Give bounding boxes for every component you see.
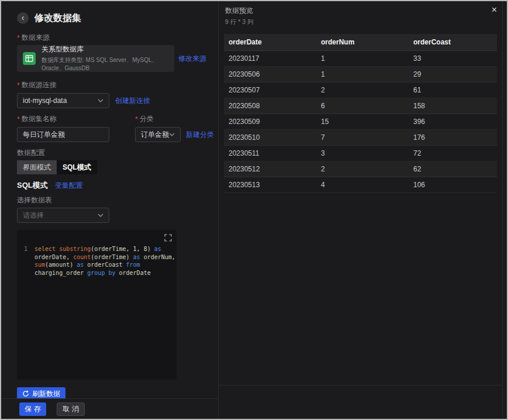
sql-editor[interactable]: 1 select substring(orderTime, 1, 8) as o… (17, 230, 177, 380)
table-row: 20230512262 (224, 161, 497, 177)
modify-dataset-window: ‹ 修改数据集 * 数据来源 关系型数据库 数据库支持类型: MS SQL Se… (0, 0, 508, 420)
sql-code[interactable]: select substring(orderTime, 1, 8) as ord… (34, 245, 177, 277)
cancel-button[interactable]: 取 消 (57, 402, 85, 416)
table-row: 202305134106 (224, 177, 497, 193)
cell-orderCoast: 396 (409, 114, 497, 130)
cell-orderDate: 20230512 (224, 161, 316, 177)
chevron-down-icon (169, 133, 175, 136)
cell-orderDate: 20230507 (224, 82, 316, 98)
cell-orderCoast: 62 (409, 161, 497, 177)
database-icon (22, 51, 36, 66)
cell-orderDate: 20230506 (224, 67, 316, 82)
cell-orderCoast: 176 (409, 130, 497, 146)
code-area: 1 select substring(orderTime, 1, 8) as o… (17, 245, 177, 277)
source-card-subtitle: 数据库支持类型: MS SQL Server、MySQL、Oracle、Gaus… (42, 56, 174, 73)
table-row: 20230511372 (224, 146, 497, 161)
form-scroll-area: ‹ 修改数据集 * 数据来源 关系型数据库 数据库支持类型: MS SQL Se… (1, 1, 218, 398)
cell-orderNum: 2 (316, 82, 409, 98)
sql-mode-row: SQL模式 变量配置 (17, 180, 206, 191)
cell-orderCoast: 158 (409, 98, 497, 114)
form-footer: 保 存 取 消 (1, 398, 218, 419)
category-select-value: 订单金额 (141, 130, 169, 140)
preview-header: 数据预览 9 行 * 3 列 (219, 1, 502, 26)
connection-select-value: iot-mysql-data (23, 97, 67, 105)
cell-orderNum: 4 (316, 177, 409, 193)
refresh-data-button[interactable]: 刷新数据 (17, 387, 65, 398)
table-select[interactable]: 请选择 (17, 208, 109, 223)
table-row: 20230117133 (224, 51, 497, 67)
preview-title: 数据预览 (225, 6, 502, 16)
variable-config-link[interactable]: 变量配置 (55, 181, 83, 191)
cell-orderNum: 3 (316, 146, 409, 161)
tab-sql-mode[interactable]: SQL模式 (57, 160, 97, 174)
back-icon: ‹ (22, 13, 25, 22)
cell-orderNum: 2 (316, 161, 409, 177)
cell-orderNum: 1 (316, 51, 409, 67)
table-row: 2023050915396 (224, 114, 497, 130)
connection-select[interactable]: iot-mysql-data (17, 93, 109, 108)
source-card-title: 关系型数据库 (42, 44, 174, 54)
page-header: ‹ 修改数据集 (17, 12, 206, 25)
column-header: orderNum (316, 34, 409, 51)
cell-orderDate: 20230513 (224, 177, 316, 193)
cell-orderDate: 20230510 (224, 130, 316, 146)
table-select-placeholder: 请选择 (23, 211, 44, 221)
table-row: 20230507261 (224, 82, 497, 98)
source-card-texts: 关系型数据库 数据库支持类型: MS SQL Server、MySQL、Orac… (42, 44, 174, 73)
category-select[interactable]: 订单金额 (135, 127, 181, 142)
cell-orderCoast: 106 (409, 177, 497, 193)
table-row: 202305107176 (224, 130, 497, 146)
cell-orderDate: 20230511 (224, 146, 316, 161)
new-category-link[interactable]: 新建分类 (186, 130, 214, 140)
table-row: 202305086158 (224, 98, 497, 114)
dataset-name-label: * 数据集名称 (17, 114, 135, 124)
name-category-grid: * 数据集名称 * 分类 订单金额 新建 (17, 114, 206, 142)
connection-row: iot-mysql-data 创建新连接 (17, 93, 206, 108)
column-header: orderCoast (409, 34, 497, 51)
cell-orderDate: 20230509 (224, 114, 316, 130)
save-button[interactable]: 保 存 (19, 402, 46, 416)
chevron-down-icon (98, 214, 103, 217)
fullscreen-icon[interactable] (164, 234, 172, 242)
cell-orderNum: 1 (316, 67, 409, 82)
preview-table: orderDateorderNumorderCoast 202301171332… (224, 34, 497, 193)
table-header-row: orderDateorderNumorderCoast (224, 34, 497, 51)
column-header: orderDate (224, 34, 316, 51)
required-asterisk: * (135, 115, 138, 123)
cell-orderNum: 6 (316, 98, 409, 114)
cell-orderCoast: 33 (409, 51, 497, 67)
required-asterisk: * (17, 115, 20, 123)
category-label: * 分类 (135, 114, 214, 124)
cell-orderCoast: 61 (409, 82, 497, 98)
cell-orderCoast: 29 (409, 67, 497, 82)
config-label: 数据配置 (17, 148, 206, 158)
preview-dimensions: 9 行 * 3 列 (225, 18, 502, 26)
data-preview-panel: 数据预览 9 行 * 3 列 × orderDateorderNumorderC… (219, 1, 503, 419)
source-label: * 数据来源 (17, 33, 206, 43)
modify-source-link[interactable]: 修改来源 (178, 54, 206, 64)
refresh-icon (22, 390, 29, 397)
table-select-label: 选择数据表 (17, 195, 206, 205)
category-row: 订单金额 新建分类 (135, 127, 214, 142)
chevron-down-icon (98, 99, 103, 102)
dataset-name-input[interactable] (17, 127, 109, 142)
source-type-card[interactable]: 关系型数据库 数据库支持类型: MS SQL Server、MySQL、Orac… (17, 45, 174, 72)
table-row: 20230506129 (224, 67, 497, 82)
cell-orderNum: 7 (316, 130, 409, 146)
preview-table-area: orderDateorderNumorderCoast 202301171332… (219, 28, 502, 385)
dataset-form-panel: ‹ 修改数据集 * 数据来源 关系型数据库 数据库支持类型: MS SQL Se… (1, 1, 219, 419)
close-icon[interactable]: × (492, 5, 497, 15)
tab-ui-mode[interactable]: 界面模式 (17, 160, 57, 174)
line-number: 1 (17, 245, 34, 277)
back-button[interactable]: ‹ (17, 12, 29, 24)
connection-label: * 数据源连接 (17, 80, 206, 90)
source-card-row: 关系型数据库 数据库支持类型: MS SQL Server、MySQL、Orac… (17, 45, 206, 72)
cell-orderDate: 20230508 (224, 98, 316, 114)
dataset-name-cell (17, 127, 135, 142)
sql-mode-title: SQL模式 (17, 180, 48, 191)
page-title: 修改数据集 (34, 12, 81, 25)
cell-orderDate: 20230117 (224, 51, 316, 67)
new-connection-link[interactable]: 创建新连接 (115, 96, 150, 106)
cell-orderNum: 15 (316, 114, 409, 130)
required-asterisk: * (17, 81, 20, 89)
